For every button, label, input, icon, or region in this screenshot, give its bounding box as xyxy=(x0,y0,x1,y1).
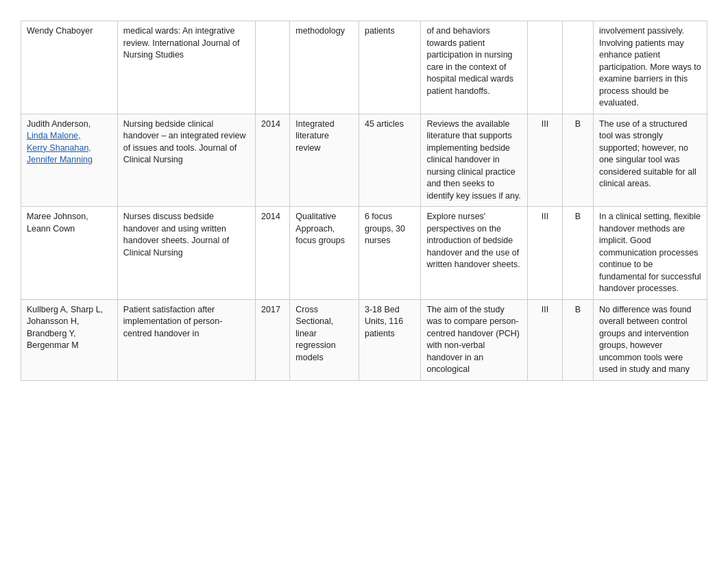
cell-author: Maree Johnson, Leann Cown xyxy=(21,207,118,300)
cell-grade: B xyxy=(562,299,593,380)
cell-findings: The use of a structured tool was strongl… xyxy=(593,114,707,207)
table-row: Maree Johnson, Leann CownNurses discuss … xyxy=(21,207,707,300)
cell-year: 2014 xyxy=(256,114,290,207)
cell-design: methodology xyxy=(290,21,359,114)
author-link[interactable]: Kerry Shanahan, xyxy=(27,143,91,153)
literature-review-table: Wendy Chaboyermedical wards: An integrat… xyxy=(21,21,707,381)
table-row: Wendy Chaboyermedical wards: An integrat… xyxy=(21,21,707,114)
cell-grade xyxy=(562,21,593,114)
cell-level: III xyxy=(528,299,562,380)
cell-findings: involvement passively. Involving patient… xyxy=(593,21,707,114)
cell-sample: 45 articles xyxy=(359,114,421,207)
page-container: Wendy Chaboyermedical wards: An integrat… xyxy=(0,0,728,563)
cell-aim: The aim of the study was to compare pers… xyxy=(421,299,528,380)
cell-author: Kullberg A, Sharp L, Johansson H, Brandb… xyxy=(21,299,118,380)
cell-sample: 6 focus groups, 30 nurses xyxy=(359,207,421,300)
cell-title: medical wards: An integrative review. In… xyxy=(117,21,255,114)
cell-aim: Reviews the available literature that su… xyxy=(421,114,528,207)
table-row: Judith Anderson,Linda Malone,Kerry Shana… xyxy=(21,114,707,207)
table-row: Kullberg A, Sharp L, Johansson H, Brandb… xyxy=(21,299,707,380)
cell-aim: Explore nurses' perspectives on the intr… xyxy=(421,207,528,300)
cell-findings: In a clinical setting, flexible handover… xyxy=(593,207,707,300)
cell-findings: No difference was found overall between … xyxy=(593,299,707,380)
cell-sample: 3-18 Bed Units, 116 patients xyxy=(359,299,421,380)
cell-level: III xyxy=(528,207,562,300)
cell-author: Judith Anderson,Linda Malone,Kerry Shana… xyxy=(21,114,118,207)
author-link[interactable]: Jennifer Manning xyxy=(27,155,93,164)
cell-grade: B xyxy=(562,207,593,300)
cell-title: Patient satisfaction after implementatio… xyxy=(117,299,255,380)
cell-design: Integrated literature review xyxy=(290,114,359,207)
cell-author: Wendy Chaboyer xyxy=(21,21,118,114)
cell-title: Nurses discuss bedside handover and usin… xyxy=(117,207,255,300)
cell-level xyxy=(528,21,562,114)
cell-year: 2017 xyxy=(256,299,290,380)
cell-year xyxy=(256,21,290,114)
cell-grade: B xyxy=(562,114,593,207)
cell-sample: patients xyxy=(359,21,421,114)
cell-design: Qualitative Approach, focus groups xyxy=(290,207,359,300)
cell-aim: of and behaviors towards patient partici… xyxy=(421,21,528,114)
author-link[interactable]: Linda Malone, xyxy=(27,131,81,140)
cell-level: III xyxy=(528,114,562,207)
cell-title: Nursing bedside clinical handover – an i… xyxy=(117,114,255,207)
cell-year: 2014 xyxy=(256,207,290,300)
cell-design: Cross Sectional, linear regression model… xyxy=(290,299,359,380)
